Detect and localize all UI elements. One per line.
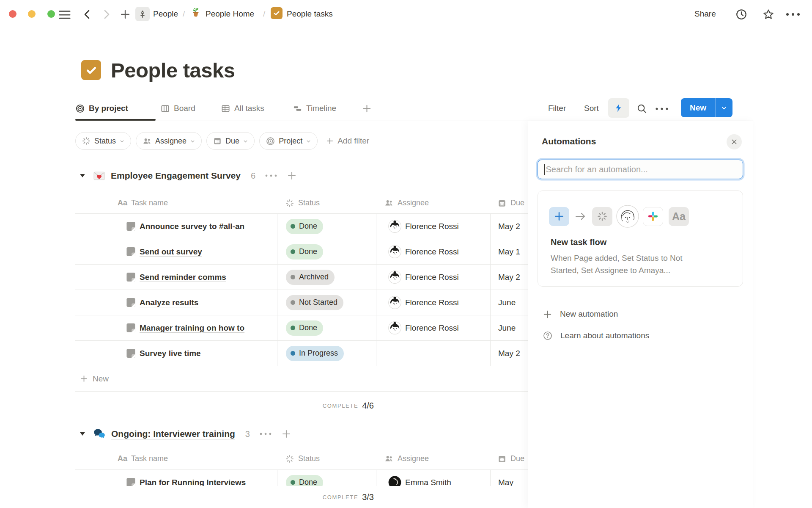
due-date[interactable]: June <box>491 290 528 315</box>
assignee-name: Florence Rossi <box>405 222 459 231</box>
new-button[interactable]: New <box>681 98 732 117</box>
group-add-icon[interactable] <box>281 429 291 439</box>
column-header-due[interactable]: Due <box>491 448 528 469</box>
text-caret <box>544 164 545 175</box>
filter-chip-assignee[interactable]: Assignee <box>136 132 202 150</box>
tab-all-tasks[interactable]: All tasks <box>221 103 264 114</box>
more-options-icon[interactable] <box>785 12 802 17</box>
sticky-group-footer: COMPLETE 3/3 <box>0 486 528 508</box>
group-complete-aggregate[interactable]: COMPLETE 4/6 <box>75 397 374 414</box>
column-header-assignee[interactable]: Assignee <box>376 193 491 213</box>
status-badge[interactable]: Archived <box>286 270 335 285</box>
avatar <box>388 220 401 233</box>
group-complete-aggregate[interactable]: COMPLETE 3/3 <box>75 489 374 505</box>
page-icon <box>126 221 136 231</box>
status-badge[interactable]: Done <box>286 219 323 234</box>
automation-search-input[interactable]: Search for an automation... <box>538 160 743 179</box>
breadcrumb-people[interactable]: People <box>153 9 178 19</box>
status-badge[interactable]: Not Started <box>286 295 343 310</box>
due-date[interactable]: May 1 <box>491 239 528 264</box>
status-badge[interactable]: Done <box>286 244 323 260</box>
filter-chip-project[interactable]: Project <box>259 132 318 150</box>
tab-timeline[interactable]: Timeline <box>293 103 336 114</box>
status-badge[interactable]: Done <box>286 320 323 336</box>
due-date[interactable]: May 2 <box>491 214 528 239</box>
status-badge[interactable]: In Progress <box>286 346 344 361</box>
new-button-label[interactable]: New <box>681 103 715 113</box>
updates-clock-icon[interactable] <box>735 8 748 21</box>
traffic-light-close[interactable] <box>9 10 16 18</box>
due-date[interactable]: May 2 <box>491 265 528 290</box>
new-page-icon[interactable] <box>120 9 130 19</box>
new-row-button[interactable]: New <box>75 366 528 392</box>
search-icon[interactable] <box>636 103 647 114</box>
breadcrumb-separator: / <box>183 9 185 19</box>
page-checkbox-icon[interactable] <box>81 60 101 80</box>
group-options-icon[interactable] <box>265 174 277 177</box>
table-row[interactable]: Send reminder comms Archived Florence Ro… <box>75 265 528 290</box>
table-row[interactable]: Survey live time In Progress May 2 <box>75 341 528 366</box>
automation-card-new-task-flow[interactable]: Aa New task flow When Page added, Set St… <box>538 190 743 287</box>
table-row[interactable]: Send out survey Done Florence Rossi May … <box>75 239 528 265</box>
table-row[interactable]: Manager training on how to Done Florence… <box>75 315 528 341</box>
tab-label: All tasks <box>234 104 264 113</box>
column-label: Task name <box>131 454 168 463</box>
filter-chip-bar: Status Assignee Due Project Add filter <box>75 132 369 150</box>
filter-button[interactable]: Filter <box>548 104 566 113</box>
add-view-icon[interactable] <box>362 103 372 114</box>
column-header-assignee[interactable]: Assignee <box>376 448 491 469</box>
page-added-plus-icon <box>549 207 569 226</box>
group-options-icon[interactable] <box>259 432 272 436</box>
due-date[interactable]: June <box>491 315 528 340</box>
filter-chip-due[interactable]: Due <box>206 132 255 150</box>
task-name-link[interactable]: Send reminder comms <box>140 273 226 282</box>
column-header-task-name[interactable]: Aa Task name <box>75 448 277 469</box>
breadcrumb-people-home[interactable]: People Home <box>206 9 254 19</box>
learn-automations-label: Learn about automations <box>560 331 649 340</box>
column-label: Status <box>298 199 320 207</box>
forward-icon[interactable] <box>102 9 112 20</box>
group-add-icon[interactable] <box>287 171 297 181</box>
filter-chip-status[interactable]: Status <box>75 132 131 150</box>
automations-lightning-button[interactable] <box>608 98 629 118</box>
group-title[interactable]: Ongoing: Interviewer training <box>111 429 235 439</box>
column-header-due[interactable]: Due <box>491 193 528 213</box>
task-name-link[interactable]: Announce survey to #all-an <box>140 222 244 231</box>
text-property-icon: Aa <box>118 454 127 463</box>
task-name-link[interactable]: Send out survey <box>140 247 202 257</box>
share-button[interactable]: Share <box>694 9 716 19</box>
column-label: Due <box>510 454 524 463</box>
collapse-triangle-icon[interactable] <box>80 173 85 178</box>
task-name-link[interactable]: Manager training on how to <box>140 323 244 333</box>
column-header-status[interactable]: Status <box>277 193 376 213</box>
traffic-light-zoom[interactable] <box>47 10 55 18</box>
group-count: 3 <box>245 429 250 439</box>
column-label: Due <box>510 199 524 207</box>
column-header-task-name[interactable]: Aa Task name <box>75 193 277 213</box>
assignee-empty[interactable] <box>376 341 491 366</box>
due-date[interactable]: May 2 <box>491 341 528 366</box>
table-row[interactable]: Announce survey to #all-an Done Florence… <box>75 214 528 239</box>
learn-about-automations-link[interactable]: Learn about automations <box>543 328 649 344</box>
task-name-link[interactable]: Survey live time <box>140 349 201 358</box>
teamspace-flower-icon[interactable] <box>135 7 150 21</box>
group-title[interactable]: Employee Engagement Survey <box>111 171 241 181</box>
sort-button[interactable]: Sort <box>584 104 599 113</box>
new-automation-button[interactable]: New automation <box>543 306 618 322</box>
add-filter-button[interactable]: Add filter <box>326 136 369 146</box>
tab-by-project[interactable]: By project <box>75 103 128 114</box>
traffic-light-minimize[interactable] <box>28 10 36 18</box>
view-options-icon[interactable] <box>655 107 670 111</box>
task-name-link[interactable]: Analyze results <box>140 298 198 307</box>
breadcrumb-people-tasks[interactable]: People tasks <box>287 9 333 19</box>
close-icon[interactable] <box>727 134 742 149</box>
collapse-triangle-icon[interactable] <box>80 431 85 436</box>
tab-board[interactable]: Board <box>160 103 195 114</box>
new-dropdown-chevron-icon[interactable] <box>716 105 732 111</box>
table-row[interactable]: Analyze results Not Started Florence Ros… <box>75 290 528 315</box>
breadcrumb-separator: / <box>263 9 265 19</box>
back-icon[interactable] <box>82 9 92 20</box>
favorite-star-icon[interactable] <box>762 8 775 21</box>
column-header-status[interactable]: Status <box>277 448 376 469</box>
sidebar-menu-icon[interactable] <box>58 10 71 20</box>
